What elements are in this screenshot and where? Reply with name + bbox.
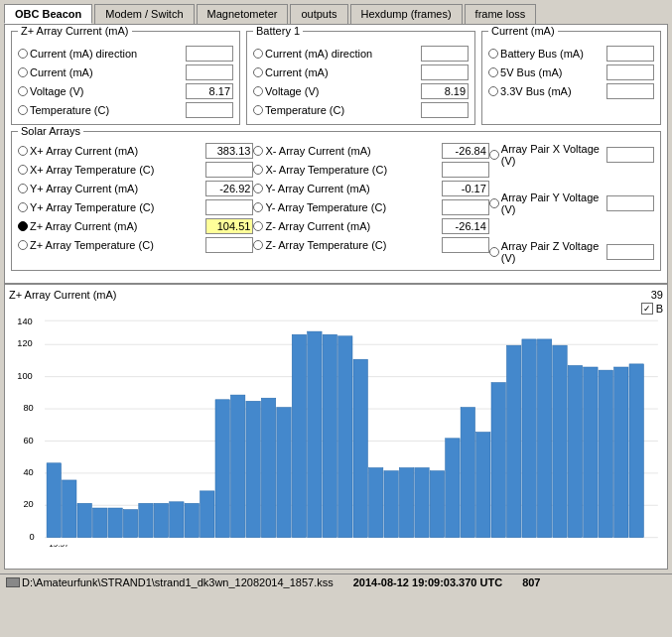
svg-rect-44 xyxy=(476,433,490,538)
svg-rect-32 xyxy=(292,334,306,537)
status-count: 807 xyxy=(522,576,540,588)
tab-modem-switch[interactable]: Modem / Switch xyxy=(94,4,194,24)
value-sc1-1 xyxy=(205,162,253,178)
radio-sc2-5[interactable] xyxy=(253,240,263,250)
radio-sc3-0[interactable] xyxy=(489,150,499,160)
radio-sc1-2[interactable] xyxy=(18,184,28,193)
tab-magnetometer[interactable]: Magnetometer xyxy=(197,4,289,24)
svg-rect-29 xyxy=(246,401,260,537)
radio-sc2-3[interactable] xyxy=(253,202,263,212)
label-sc2-3: Y- Array Temperature (C) xyxy=(265,201,439,213)
chart-section: Z+ Array Current (mA) 39 B 0 20 40 60 80… xyxy=(4,284,668,570)
value-zplus-2: 8.17 xyxy=(186,83,233,99)
solar-c1-1: X+ Array Temperature (C) xyxy=(18,162,253,178)
radio-cur-1[interactable] xyxy=(488,67,498,77)
radio-sc2-4[interactable] xyxy=(253,221,263,231)
svg-rect-52 xyxy=(599,370,612,538)
solar-c1-2: Y+ Array Current (mA) -26.92 xyxy=(18,181,253,196)
drive-icon xyxy=(6,577,20,587)
solar-c3-1: Array Pair Y Voltage (V) xyxy=(489,191,654,215)
svg-text:0: 0 xyxy=(30,532,35,542)
label-bat-1: Current (mA) xyxy=(265,66,419,78)
radio-zplus-1[interactable] xyxy=(18,67,28,77)
value-sc2-2: -0.17 xyxy=(442,181,489,196)
current-group: Current (mA) Battery Bus (mA) 5V Bus (mA… xyxy=(481,31,661,125)
radio-sc1-1[interactable] xyxy=(18,165,28,175)
radio-sc2-1[interactable] xyxy=(253,165,263,175)
chart-b-checkbox[interactable] xyxy=(641,303,653,315)
radio-bat-1[interactable] xyxy=(253,67,263,77)
value-bat-2: 8.19 xyxy=(421,83,469,99)
label-bat-3: Temperature (C) xyxy=(265,104,419,116)
radio-sc1-4[interactable] xyxy=(18,221,28,231)
svg-rect-43 xyxy=(461,408,474,538)
svg-rect-35 xyxy=(338,336,352,538)
label-sc2-5: Z- Array Temperature (C) xyxy=(265,239,439,251)
solar-c3-spacer1 xyxy=(489,170,654,189)
radio-sc3-2[interactable] xyxy=(489,247,499,257)
x-label-6: 19:06 xyxy=(430,545,450,565)
value-sc1-0: 383.13 xyxy=(205,143,253,159)
radio-sc1-0[interactable] xyxy=(18,146,28,156)
svg-rect-25 xyxy=(185,503,199,537)
value-zplus-3 xyxy=(186,102,233,118)
chart-checkbox-row: B xyxy=(9,303,663,315)
solar-c1-3: Y+ Array Temperature (C) xyxy=(18,199,253,215)
chart-container: 0 20 40 60 80 100 120 140 xyxy=(9,317,663,545)
solar-cols: X+ Array Current (mA) 383.13 X+ Array Te… xyxy=(18,140,654,264)
value-sc3-0 xyxy=(606,147,654,163)
svg-rect-30 xyxy=(261,398,275,537)
value-sc3-1 xyxy=(606,195,654,211)
tab-frame-loss[interactable]: frame loss xyxy=(465,4,537,24)
zplus-field-1: Current (mA) xyxy=(18,64,233,80)
current-group-title: Current (mA) xyxy=(488,25,558,37)
label-sc2-2: Y- Array Current (mA) xyxy=(265,183,439,194)
svg-rect-50 xyxy=(568,365,582,537)
radio-sc2-0[interactable] xyxy=(253,146,263,156)
label-sc1-1: X+ Array Temperature (C) xyxy=(30,164,203,176)
value-sc1-5 xyxy=(205,237,253,253)
value-bat-1 xyxy=(421,64,469,80)
svg-text:120: 120 xyxy=(17,338,32,348)
svg-text:40: 40 xyxy=(23,467,33,477)
svg-rect-40 xyxy=(415,467,429,537)
svg-rect-54 xyxy=(629,364,643,538)
label-zplus-2: Voltage (V) xyxy=(30,85,184,97)
label-sc1-0: X+ Array Current (mA) xyxy=(30,145,203,157)
radio-zplus-2[interactable] xyxy=(18,86,28,96)
radio-zplus-3[interactable] xyxy=(18,105,28,115)
svg-text:20: 20 xyxy=(23,499,33,509)
bat-field-0: Current (mA) direction xyxy=(253,46,469,62)
label-cur-2: 3.3V Bus (mA) xyxy=(500,85,605,97)
x-label-0: 19:57 xyxy=(49,545,68,565)
radio-bat-0[interactable] xyxy=(253,49,263,59)
cur-field-2: 3.3V Bus (mA) xyxy=(488,83,654,99)
svg-rect-49 xyxy=(553,345,567,538)
svg-rect-46 xyxy=(506,345,520,538)
radio-cur-0[interactable] xyxy=(488,49,498,59)
label-bat-0: Current (mA) direction xyxy=(265,48,419,60)
radio-cur-2[interactable] xyxy=(488,86,498,96)
svg-rect-17 xyxy=(63,480,76,538)
value-sc2-4: -26.14 xyxy=(442,218,489,234)
radio-bat-2[interactable] xyxy=(253,86,263,96)
solar-c1-5: Z+ Array Temperature (C) xyxy=(18,237,253,253)
label-sc2-1: X- Array Temperature (C) xyxy=(265,164,439,176)
value-sc2-3 xyxy=(442,199,489,215)
radio-sc1-3[interactable] xyxy=(18,202,28,212)
radio-sc2-2[interactable] xyxy=(253,184,263,193)
value-cur-0 xyxy=(606,46,654,62)
radio-bat-3[interactable] xyxy=(253,105,263,115)
svg-rect-18 xyxy=(77,503,91,537)
zplus-group: Z+ Array Current (mA) Current (mA) direc… xyxy=(11,31,240,125)
cur-field-0: Battery Bus (mA) xyxy=(488,46,654,62)
x-label-8: 19:08 xyxy=(598,545,617,565)
radio-sc3-1[interactable] xyxy=(489,198,499,208)
radio-zplus-0[interactable] xyxy=(18,49,28,59)
tab-obc-beacon[interactable]: OBC Beacon xyxy=(4,4,92,24)
label-sc2-0: X- Array Current (mA) xyxy=(265,145,439,157)
tab-hexdump[interactable]: Hexdump (frames) xyxy=(350,4,463,24)
chart-checkbox-label: B xyxy=(656,303,663,315)
tab-outputs[interactable]: outputs xyxy=(290,4,347,24)
radio-sc1-5[interactable] xyxy=(18,240,28,250)
